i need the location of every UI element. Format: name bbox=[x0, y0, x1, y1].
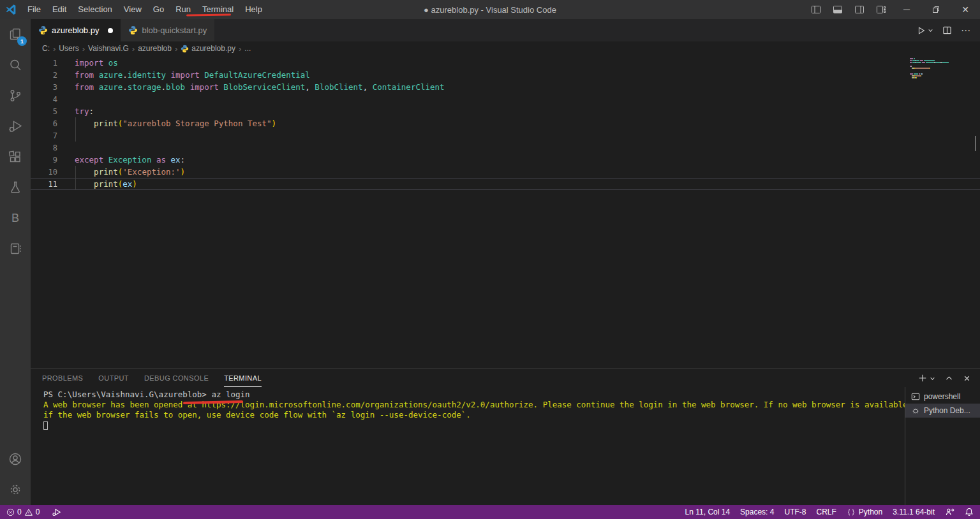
account-icon[interactable] bbox=[0, 444, 31, 474]
line-number: 5 bbox=[31, 107, 75, 116]
toggle-panel-icon[interactable] bbox=[827, 0, 849, 19]
python-interpreter-status[interactable]: 3.11.1 64-bit bbox=[893, 508, 935, 516]
breadcrumb-item-users[interactable]: Users bbox=[59, 44, 78, 53]
restore-button[interactable] bbox=[921, 0, 951, 19]
breadcrumb-item-azureblob-py[interactable]: azureblob.py bbox=[181, 44, 235, 53]
explorer-icon[interactable]: 1 bbox=[0, 19, 31, 50]
code-line-10[interactable]: 10 print('Exception:') bbox=[31, 166, 980, 178]
code-line-11[interactable]: 11 print(ex) bbox=[31, 178, 980, 190]
chevron-down-icon bbox=[928, 27, 933, 33]
modified-dot-icon[interactable] bbox=[108, 28, 113, 33]
title-controls: ─ ✕ bbox=[805, 0, 980, 19]
language-mode-status[interactable]: Python bbox=[847, 508, 882, 516]
breadcrumb-item-[interactable]: ... bbox=[244, 44, 251, 53]
menu-edit[interactable]: Edit bbox=[47, 0, 72, 19]
code-editor[interactable]: 1import os2from azure.identity import De… bbox=[31, 55, 980, 369]
scrollbar-mark[interactable] bbox=[975, 136, 976, 151]
code-text: try: bbox=[75, 105, 980, 117]
cursor-position-status[interactable]: Ln 11, Col 14 bbox=[685, 508, 731, 516]
breadcrumb-item-c[interactable]: C: bbox=[42, 44, 50, 53]
problems-status[interactable]: 0 0 bbox=[6, 508, 40, 516]
line-number: 3 bbox=[31, 83, 75, 92]
breadcrumb-item-azureblob[interactable]: azureblob bbox=[138, 44, 172, 53]
run-python-file-button[interactable] bbox=[917, 26, 933, 35]
python-file-icon bbox=[181, 45, 189, 53]
close-window-button[interactable]: ✕ bbox=[951, 0, 980, 19]
menu-run[interactable]: Run bbox=[170, 0, 197, 19]
search-icon[interactable] bbox=[0, 50, 31, 80]
terminal-list: powershellPython Deb... bbox=[905, 387, 980, 505]
code-line-6[interactable]: 6 print("azureblob Storage Python Test") bbox=[31, 117, 980, 129]
menu-terminal[interactable]: Terminal bbox=[197, 0, 239, 19]
notebook-icon[interactable] bbox=[0, 233, 31, 264]
code-line-9[interactable]: 9except Exception as ex: bbox=[31, 154, 980, 166]
debug-status-icon[interactable] bbox=[52, 508, 61, 517]
code-line-5[interactable]: 5try: bbox=[31, 105, 980, 117]
panel-tab-problems[interactable]: PROBLEMS bbox=[42, 370, 83, 387]
editor-tabbar: azureblob.py blob-quickstart.py ⋯ bbox=[31, 19, 980, 41]
extensions-icon[interactable] bbox=[0, 142, 31, 172]
new-terminal-button[interactable] bbox=[918, 374, 935, 383]
error-count: 0 bbox=[17, 508, 22, 516]
minimize-button[interactable]: ─ bbox=[892, 0, 921, 19]
indentation-status[interactable]: Spaces: 4 bbox=[740, 508, 774, 516]
more-actions-icon[interactable]: ⋯ bbox=[961, 25, 971, 36]
line-number: 2 bbox=[31, 71, 75, 80]
indent-guide bbox=[75, 129, 76, 142]
code-line-7[interactable]: 7 bbox=[31, 129, 980, 142]
code-line-2[interactable]: 2from azure.identity import DefaultAzure… bbox=[31, 69, 980, 81]
toggle-primary-sidebar-icon[interactable] bbox=[805, 0, 827, 19]
maximize-panel-icon[interactable] bbox=[945, 374, 953, 383]
terminal-list-item-powershell[interactable]: powershell bbox=[905, 390, 980, 404]
code-text: except Exception as ex: bbox=[75, 154, 980, 166]
notifications-bell-icon[interactable] bbox=[965, 508, 974, 516]
split-editor-icon[interactable] bbox=[942, 26, 952, 35]
panel-tab-debug-console[interactable]: DEBUG CONSOLE bbox=[144, 370, 209, 387]
line-number: 6 bbox=[31, 119, 75, 128]
terminal-list-label: Python Deb... bbox=[924, 406, 970, 415]
tab-blob-quickstart-py[interactable]: blob-quickstart.py bbox=[121, 19, 215, 41]
indent-guide bbox=[75, 178, 76, 190]
eol-status[interactable]: CRLF bbox=[816, 508, 836, 516]
code-text bbox=[75, 129, 980, 142]
breadcrumb-item-vaishnavi-g[interactable]: Vaishnavi.G bbox=[88, 44, 129, 53]
vscode-window: FileEditSelectionViewGoRunTerminalHelp ●… bbox=[0, 0, 980, 519]
line-number: 9 bbox=[31, 156, 75, 164]
menu-help[interactable]: Help bbox=[239, 0, 268, 19]
terminal-list-label: powershell bbox=[924, 392, 960, 401]
feedback-icon[interactable] bbox=[945, 508, 954, 516]
testing-icon[interactable] bbox=[0, 172, 31, 203]
settings-gear-icon[interactable] bbox=[0, 474, 31, 505]
panel-tab-output[interactable]: OUTPUT bbox=[98, 370, 129, 387]
chevron-right-icon: › bbox=[81, 44, 86, 54]
menu-view[interactable]: View bbox=[118, 0, 147, 19]
code-line-1[interactable]: 1import os bbox=[31, 57, 980, 69]
run-debug-icon[interactable] bbox=[0, 111, 31, 142]
code-line-4[interactable]: 4 bbox=[31, 93, 980, 105]
tab-azureblob-py[interactable]: azureblob.py bbox=[31, 19, 121, 41]
tab-label: azureblob.py bbox=[52, 26, 99, 35]
code-line-3[interactable]: 3from azure.storage.blob import BlobServ… bbox=[31, 81, 980, 93]
toggle-secondary-sidebar-icon[interactable] bbox=[849, 0, 870, 19]
terminal-list-item-python-deb[interactable]: Python Deb... bbox=[905, 404, 980, 418]
powershell-icon bbox=[911, 392, 920, 401]
menu-go[interactable]: Go bbox=[147, 0, 170, 19]
window-title: ● azureblob.py - Visual Studio Code bbox=[424, 5, 556, 15]
python-file-icon bbox=[38, 26, 48, 35]
menu-selection[interactable]: Selection bbox=[72, 0, 117, 19]
line-number: 10 bbox=[31, 168, 75, 177]
terminal-output[interactable]: PS C:\Users\Vaishnavi.G\azureblob> az lo… bbox=[31, 387, 905, 505]
code-line-8[interactable]: 8 bbox=[31, 142, 980, 154]
code-text: print('Exception:') bbox=[75, 166, 980, 178]
explorer-badge: 1 bbox=[17, 36, 27, 46]
source-control-icon[interactable] bbox=[0, 80, 31, 111]
panel-tab-terminal[interactable]: TERMINAL bbox=[224, 370, 262, 387]
encoding-status[interactable]: UTF-8 bbox=[784, 508, 806, 516]
b-extension-icon[interactable]: B bbox=[0, 203, 31, 233]
customize-layout-icon[interactable] bbox=[870, 0, 892, 19]
menu-file[interactable]: File bbox=[22, 0, 47, 19]
close-panel-icon[interactable] bbox=[963, 374, 971, 383]
minimap[interactable] bbox=[910, 58, 971, 79]
code-text: import os bbox=[75, 57, 980, 69]
line-number: 7 bbox=[31, 131, 75, 140]
